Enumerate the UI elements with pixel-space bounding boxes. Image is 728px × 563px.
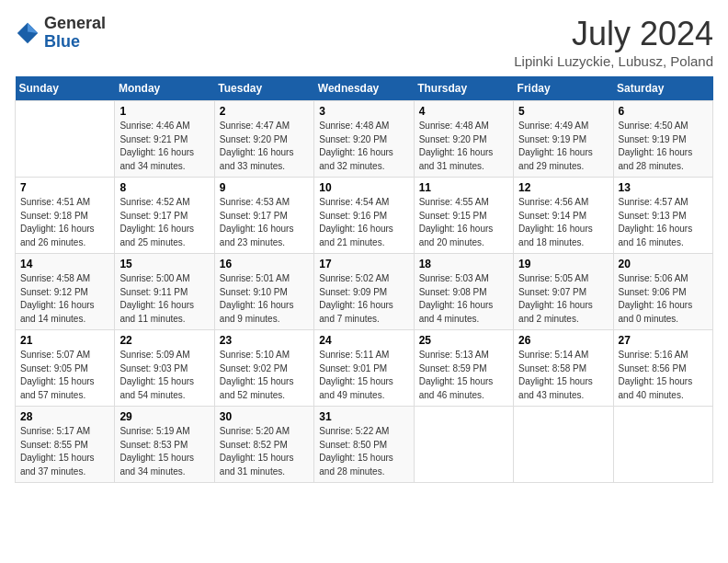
page-header: General Blue July 2024 Lipinki Luzyckie,… [15,15,713,69]
day-info: Sunrise: 5:19 AMSunset: 8:53 PMDaylight:… [119,425,209,478]
weekday-header: Tuesday [214,76,313,101]
day-info: Sunrise: 5:00 AMSunset: 9:11 PMDaylight:… [119,272,209,326]
day-info: Sunrise: 4:47 AMSunset: 9:20 PMDaylight:… [220,120,309,173]
calendar-header-row: SundayMondayTuesdayWednesdayThursdayFrid… [16,76,713,101]
calendar-week-row: 7Sunrise: 4:51 AMSunset: 9:18 PMDaylight… [16,178,713,254]
calendar-cell: 23Sunrise: 5:10 AMSunset: 9:02 PMDayligh… [214,330,313,407]
weekday-header: Wednesday [314,76,414,101]
day-info: Sunrise: 4:52 AMSunset: 9:17 PMDaylight:… [119,196,209,249]
day-info: Sunrise: 4:48 AMSunset: 9:20 PMDaylight:… [419,120,508,173]
day-info: Sunrise: 4:58 AMSunset: 9:12 PMDaylight:… [20,272,109,326]
day-info: Sunrise: 5:20 AMSunset: 8:52 PMDaylight:… [220,425,309,478]
day-info: Sunrise: 5:11 AMSunset: 9:01 PMDaylight:… [319,349,408,402]
logo-text: General Blue [44,15,106,52]
day-info: Sunrise: 5:06 AMSunset: 9:06 PMDaylight:… [619,272,708,326]
calendar-cell: 8Sunrise: 4:52 AMSunset: 9:17 PMDaylight… [115,178,214,254]
day-info: Sunrise: 5:13 AMSunset: 8:59 PMDaylight:… [419,349,508,402]
calendar-cell: 29Sunrise: 5:19 AMSunset: 8:53 PMDayligh… [115,407,214,483]
calendar-week-row: 28Sunrise: 5:17 AMSunset: 8:55 PMDayligh… [16,407,713,483]
day-number: 14 [20,258,109,270]
day-number: 7 [20,181,109,194]
day-info: Sunrise: 5:02 AMSunset: 9:09 PMDaylight:… [319,272,408,326]
day-number: 31 [319,410,408,423]
day-number: 3 [319,105,408,118]
day-number: 8 [119,181,209,194]
calendar-cell: 25Sunrise: 5:13 AMSunset: 8:59 PMDayligh… [414,330,513,407]
calendar-week-row: 1Sunrise: 4:46 AMSunset: 9:21 PMDaylight… [16,101,713,178]
calendar-cell: 2Sunrise: 4:47 AMSunset: 9:20 PMDaylight… [214,101,313,178]
logo-general: General [44,15,106,33]
day-number: 28 [20,410,109,423]
calendar-cell [514,407,613,483]
day-number: 30 [220,410,309,423]
calendar-cell: 28Sunrise: 5:17 AMSunset: 8:55 PMDayligh… [16,407,115,483]
day-number: 26 [518,334,608,347]
day-number: 2 [220,105,309,118]
day-number: 18 [419,258,508,270]
month-year-title: July 2024 [514,15,713,53]
calendar-cell: 20Sunrise: 5:06 AMSunset: 9:06 PMDayligh… [613,254,712,330]
calendar-cell: 18Sunrise: 5:03 AMSunset: 9:08 PMDayligh… [414,254,513,330]
day-info: Sunrise: 4:57 AMSunset: 9:13 PMDaylight:… [619,196,708,249]
location-title: Lipinki Luzyckie, Lubusz, Poland [514,53,713,69]
calendar-cell: 31Sunrise: 5:22 AMSunset: 8:50 PMDayligh… [314,407,414,483]
calendar-cell: 12Sunrise: 4:56 AMSunset: 9:14 PMDayligh… [514,178,613,254]
day-number: 12 [518,181,608,194]
calendar-cell: 24Sunrise: 5:11 AMSunset: 9:01 PMDayligh… [314,330,414,407]
day-info: Sunrise: 4:48 AMSunset: 9:20 PMDaylight:… [319,120,408,173]
logo: General Blue [15,15,106,52]
calendar-cell [613,407,712,483]
calendar-cell [414,407,513,483]
day-info: Sunrise: 4:53 AMSunset: 9:17 PMDaylight:… [220,196,309,249]
day-number: 22 [119,334,209,347]
day-info: Sunrise: 5:05 AMSunset: 9:07 PMDaylight:… [518,272,608,326]
calendar-week-row: 14Sunrise: 4:58 AMSunset: 9:12 PMDayligh… [16,254,713,330]
day-number: 5 [518,105,608,118]
calendar-cell: 14Sunrise: 4:58 AMSunset: 9:12 PMDayligh… [16,254,115,330]
day-info: Sunrise: 4:46 AMSunset: 9:21 PMDaylight:… [119,120,209,173]
svg-marker-1 [28,23,38,33]
weekday-header: Friday [514,76,613,101]
day-number: 10 [319,181,408,194]
day-info: Sunrise: 5:22 AMSunset: 8:50 PMDaylight:… [319,425,408,478]
calendar-cell: 9Sunrise: 4:53 AMSunset: 9:17 PMDaylight… [214,178,313,254]
calendar-cell: 6Sunrise: 4:50 AMSunset: 9:19 PMDaylight… [613,101,712,178]
day-number: 6 [619,105,708,118]
calendar-cell: 10Sunrise: 4:54 AMSunset: 9:16 PMDayligh… [314,178,414,254]
day-number: 13 [619,181,708,194]
day-info: Sunrise: 5:09 AMSunset: 9:03 PMDaylight:… [119,349,209,402]
calendar-cell: 3Sunrise: 4:48 AMSunset: 9:20 PMDaylight… [314,101,414,178]
day-info: Sunrise: 5:07 AMSunset: 9:05 PMDaylight:… [20,349,109,402]
logo-icon [15,20,40,46]
day-info: Sunrise: 4:54 AMSunset: 9:16 PMDaylight:… [319,196,408,249]
calendar-cell: 30Sunrise: 5:20 AMSunset: 8:52 PMDayligh… [214,407,313,483]
calendar-cell: 17Sunrise: 5:02 AMSunset: 9:09 PMDayligh… [314,254,414,330]
day-info: Sunrise: 5:01 AMSunset: 9:10 PMDaylight:… [220,272,309,326]
calendar-cell: 7Sunrise: 4:51 AMSunset: 9:18 PMDaylight… [16,178,115,254]
day-info: Sunrise: 4:55 AMSunset: 9:15 PMDaylight:… [419,196,508,249]
calendar-cell: 1Sunrise: 4:46 AMSunset: 9:21 PMDaylight… [115,101,214,178]
calendar-cell: 11Sunrise: 4:55 AMSunset: 9:15 PMDayligh… [414,178,513,254]
day-number: 27 [619,334,708,347]
day-info: Sunrise: 4:50 AMSunset: 9:19 PMDaylight:… [619,120,708,173]
day-info: Sunrise: 4:56 AMSunset: 9:14 PMDaylight:… [518,196,608,249]
logo-blue: Blue [44,33,106,52]
weekday-header: Monday [115,76,214,101]
weekday-header: Thursday [414,76,513,101]
day-info: Sunrise: 5:16 AMSunset: 8:56 PMDaylight:… [619,349,708,402]
calendar-cell: 26Sunrise: 5:14 AMSunset: 8:58 PMDayligh… [514,330,613,407]
calendar-table: SundayMondayTuesdayWednesdayThursdayFrid… [15,76,713,483]
day-info: Sunrise: 4:49 AMSunset: 9:19 PMDaylight:… [518,120,608,173]
day-number: 25 [419,334,508,347]
day-number: 11 [419,181,508,194]
title-block: July 2024 Lipinki Luzyckie, Lubusz, Pola… [514,15,713,69]
day-info: Sunrise: 5:03 AMSunset: 9:08 PMDaylight:… [419,272,508,326]
day-number: 15 [119,258,209,270]
day-number: 17 [319,258,408,270]
day-info: Sunrise: 5:14 AMSunset: 8:58 PMDaylight:… [518,349,608,402]
calendar-cell: 27Sunrise: 5:16 AMSunset: 8:56 PMDayligh… [613,330,712,407]
day-number: 23 [220,334,309,347]
calendar-cell [16,101,115,178]
day-number: 9 [220,181,309,194]
day-number: 16 [220,258,309,270]
